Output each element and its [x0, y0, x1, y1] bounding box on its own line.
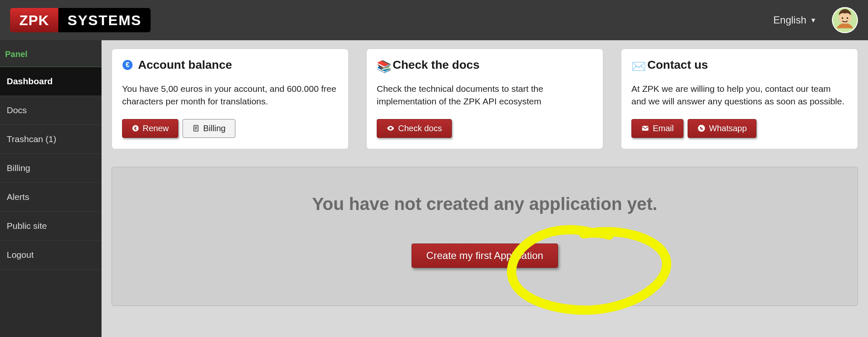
card-title-text: Check the docs [393, 58, 480, 72]
mail-icon [641, 124, 649, 132]
topbar: ZPK SYSTEMS English ▾ [0, 0, 868, 40]
sidebar-item-trashcan[interactable]: Trashcan (1) [0, 125, 102, 154]
whatsapp-icon [697, 124, 706, 132]
empty-heading: You have not created any application yet… [120, 194, 849, 214]
card-actions: € Renew Billing [122, 119, 338, 138]
language-select[interactable]: English ▾ [773, 14, 815, 26]
sidebar-item-dashboard[interactable]: Dashboard [0, 67, 102, 96]
check-docs-button-label: Check docs [398, 124, 442, 133]
billing-button[interactable]: Billing [182, 119, 235, 138]
empty-applications-panel: You have not created any application yet… [112, 167, 858, 306]
svg-text:€: € [134, 126, 137, 131]
card-body-text: At ZPK we are willing to help you, conta… [631, 83, 847, 108]
card-title: 📚 Check the docs [377, 58, 593, 72]
billing-button-label: Billing [203, 124, 225, 133]
email-button[interactable]: Email [631, 119, 683, 138]
card-actions: Email Whatsapp [631, 119, 847, 138]
sidebar-item-label: Billing [7, 163, 30, 173]
create-first-application-button[interactable]: Create my first Application [412, 244, 558, 268]
card-title: ✉️ Contact us [631, 58, 847, 72]
avatar[interactable] [832, 7, 858, 33]
sidebar-section-label: Panel [0, 40, 102, 67]
card-body-text: Check the technical documents to start t… [377, 83, 593, 108]
svg-point-13 [389, 127, 391, 130]
renew-button[interactable]: € Renew [122, 119, 178, 138]
info-cards-row: € Account balance You have 5,00 euros in… [112, 49, 858, 149]
card-contact: ✉️ Contact us At ZPK we are willing to h… [621, 49, 858, 149]
whatsapp-button-label: Whatsapp [709, 124, 747, 133]
svg-text:€: € [125, 61, 129, 68]
language-label: English [773, 14, 806, 26]
check-docs-button[interactable]: Check docs [377, 119, 452, 138]
svg-point-3 [842, 17, 843, 19]
sidebar-item-label: Docs [7, 105, 27, 115]
logo-part-zpk: ZPK [10, 8, 58, 32]
books-icon: 📚 [377, 60, 388, 70]
email-button-label: Email [653, 124, 674, 133]
sidebar-item-billing[interactable]: Billing [0, 154, 102, 183]
card-title-text: Contact us [647, 58, 708, 72]
logo[interactable]: ZPK SYSTEMS [10, 8, 151, 32]
sidebar-item-label: Public site [7, 221, 47, 231]
avatar-icon [832, 7, 858, 33]
card-title-text: Account balance [138, 58, 232, 72]
card-title: € Account balance [122, 58, 338, 72]
sidebar-item-logout[interactable]: Logout [0, 241, 102, 270]
main-content: € Account balance You have 5,00 euros in… [102, 40, 868, 337]
create-first-application-label: Create my first Application [426, 250, 543, 262]
sidebar-item-label: Trashcan (1) [7, 134, 56, 144]
svg-point-4 [847, 17, 848, 19]
logo-part-systems: SYSTEMS [58, 8, 151, 32]
sidebar-item-label: Dashboard [7, 76, 53, 86]
whatsapp-button[interactable]: Whatsapp [688, 119, 756, 138]
sidebar-item-public-site[interactable]: Public site [0, 212, 102, 241]
euro-coin-icon: € [132, 124, 139, 132]
card-account-balance: € Account balance You have 5,00 euros in… [112, 49, 349, 149]
eye-icon [386, 124, 395, 132]
envelope-icon: ✉️ [631, 60, 642, 70]
sidebar-item-alerts[interactable]: Alerts [0, 183, 102, 212]
sidebar: Panel Dashboard Docs Trashcan (1) Billin… [0, 40, 102, 337]
euro-icon: € [122, 60, 133, 70]
card-body-text: You have 5,00 euros in your account, and… [122, 83, 338, 108]
renew-button-label: Renew [143, 124, 169, 133]
card-docs: 📚 Check the docs Check the technical doc… [366, 49, 603, 149]
sidebar-item-label: Logout [7, 250, 34, 259]
card-actions: Check docs [377, 119, 593, 138]
sidebar-item-docs[interactable]: Docs [0, 96, 102, 125]
chevron-down-icon: ▾ [811, 16, 815, 25]
sidebar-item-label: Alerts [7, 192, 29, 202]
receipt-icon [192, 124, 200, 132]
